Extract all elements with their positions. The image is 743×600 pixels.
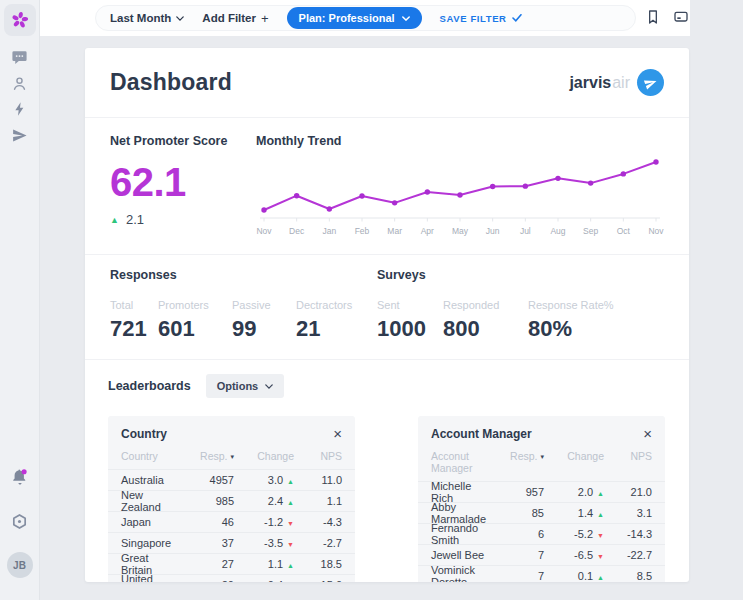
up-arrow-icon: ▲ <box>597 511 604 518</box>
sidebar: JB <box>0 0 40 600</box>
stat: Responded800 <box>443 299 528 342</box>
data-point <box>490 184 495 189</box>
bolt-icon[interactable] <box>11 100 29 118</box>
chat-icon[interactable] <box>11 48 29 66</box>
user-icon[interactable] <box>11 74 29 92</box>
cell-nps: 1.1 <box>294 495 342 507</box>
cell-responses: 985 <box>182 495 234 507</box>
cell-name: Fernando Smith <box>431 522 492 546</box>
stat-label: Responded <box>443 299 528 311</box>
column-header: Acconut Manager <box>431 450 492 474</box>
stat: Passive99 <box>232 299 296 342</box>
table-title-row: Country× <box>108 416 355 448</box>
plan-filter-label: Plan: Professional <box>299 12 395 24</box>
trend-line <box>264 162 656 210</box>
x-axis-tick-label: Mar <box>387 226 402 236</box>
chevron-down-icon <box>176 16 184 21</box>
cell-change: -1.2▼ <box>234 516 294 528</box>
stat-label: Total <box>110 299 158 311</box>
responses-stats: Total721Promoters601Passive99Dectractors… <box>110 299 377 342</box>
trend-block: Monthly Trend NovDecJanFebMarAprMayJunJu… <box>256 134 664 254</box>
up-arrow-icon: ▲ <box>287 562 294 569</box>
add-filter-button[interactable]: Add Filter + <box>202 11 268 26</box>
table-row[interactable]: Singapore37-3.5▼-2.7 <box>108 532 355 553</box>
stat-label: Sent <box>377 299 443 311</box>
cell-nps: 11.0 <box>294 474 342 486</box>
page-title: Dashboard <box>110 69 232 96</box>
table-row[interactable]: United States200.4▲-15.0 <box>108 574 355 582</box>
period-selector[interactable]: Last Month <box>110 12 184 24</box>
table-row[interactable]: Fernando Smith6-5.2▼-14.3 <box>418 523 665 544</box>
stat-value: 721 <box>110 316 158 342</box>
column-header: Country <box>121 450 182 462</box>
cell-change: 2.4▲ <box>234 495 294 507</box>
table-header-row: Acconut ManagerResp.▾ChangeNPS <box>418 448 665 481</box>
data-point <box>588 180 593 185</box>
cell-responses: 20 <box>182 579 234 582</box>
bookmark-icon[interactable] <box>645 9 663 27</box>
monthly-trend-chart: NovDecJanFebMarAprMayJunJulAugSepOctNov <box>256 152 664 244</box>
data-point <box>294 193 299 198</box>
user-avatar[interactable]: JB <box>7 552 33 578</box>
options-button[interactable]: Options <box>206 374 285 398</box>
cell-responses: 46 <box>182 516 234 528</box>
x-axis-tick-label: Apr <box>421 226 434 236</box>
cell-responses: 37 <box>182 537 234 549</box>
cell-responses: 7 <box>492 570 544 582</box>
cell-nps: -22.7 <box>604 549 652 561</box>
cell-name: Singapore <box>121 537 182 549</box>
cell-nps: 21.0 <box>604 486 652 498</box>
table-title: Country <box>121 427 167 441</box>
stat-value: 800 <box>443 316 528 342</box>
cell-nps: 18.5 <box>294 558 342 570</box>
surveys-label: Surveys <box>377 268 648 282</box>
x-axis-tick-label: Jun <box>486 226 500 236</box>
trend-section-label: Monthly Trend <box>256 134 664 148</box>
x-axis-tick-label: Feb <box>355 226 370 236</box>
stat-value: 80% <box>528 316 648 342</box>
close-icon[interactable]: × <box>333 426 342 441</box>
nps-score: 62.1 <box>110 160 256 205</box>
stat: Sent1000 <box>377 299 443 342</box>
cell-change: 3.0▲ <box>234 474 294 486</box>
cell-change: 1.1▲ <box>234 558 294 570</box>
column-header[interactable]: Resp.▾ <box>492 450 544 474</box>
table-row[interactable]: Japan46-1.2▼-4.3 <box>108 511 355 532</box>
cell-nps: -15.0 <box>294 579 342 582</box>
table-row[interactable]: Vominick Doretto70.1▲8.5 <box>418 565 665 582</box>
cell-responses: 85 <box>492 507 544 519</box>
table-row[interactable]: New Zealand9852.4▲1.1 <box>108 490 355 511</box>
leaderboards-section: Leaderboards Options Country×CountryResp… <box>85 360 689 582</box>
table-row[interactable]: Jewell Bee7-6.5▼-22.7 <box>418 544 665 565</box>
notifications-bell-icon[interactable] <box>11 468 29 486</box>
stat-label: Dectractors <box>296 299 377 311</box>
stats-section: Responses Total721Promoters601Passive99D… <box>85 255 689 360</box>
leaderboard-tables: Country×CountryResp.▾ChangeNPSAustralia4… <box>108 416 689 582</box>
up-arrow-icon: ▲ <box>287 499 294 506</box>
monitor-icon[interactable] <box>672 9 690 27</box>
check-icon <box>512 14 522 22</box>
app-logo[interactable] <box>4 4 36 36</box>
column-header[interactable]: Resp.▾ <box>182 450 234 462</box>
brand-name-light: air <box>612 74 630 91</box>
table-row[interactable]: Great Britain271.1▲18.5 <box>108 553 355 574</box>
flower-logo-icon <box>10 10 30 30</box>
close-icon[interactable]: × <box>643 426 652 441</box>
table-row[interactable]: Michelle Rich9572.0▲21.0 <box>418 481 665 502</box>
send-icon[interactable] <box>11 126 29 144</box>
cell-change: 2.0▲ <box>544 486 604 498</box>
cell-name: United States <box>121 573 182 582</box>
stat: Response Rate%80% <box>528 299 648 342</box>
table-row[interactable]: Australia49573.0▲11.0 <box>108 469 355 490</box>
down-arrow-icon: ▼ <box>287 520 294 527</box>
dashboard-card: Dashboard jarvisair Net Promoter Score 6… <box>85 48 689 582</box>
save-filter-button[interactable]: SAVE FILTER <box>440 13 522 24</box>
cell-name: Vominick Doretto <box>431 564 492 582</box>
period-label: Last Month <box>110 12 171 24</box>
settings-gear-icon[interactable] <box>11 512 29 530</box>
plan-filter-pill[interactable]: Plan: Professional <box>287 7 422 29</box>
responses-group: Responses Total721Promoters601Passive99D… <box>110 268 377 359</box>
table-row[interactable]: Abby Marmalade851.4▲3.1 <box>418 502 665 523</box>
stat-value: 601 <box>158 316 232 342</box>
cell-responses: 6 <box>492 528 544 540</box>
